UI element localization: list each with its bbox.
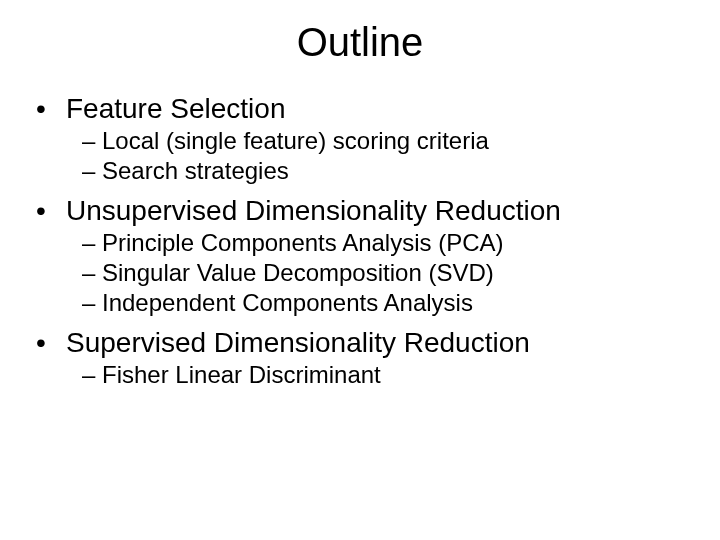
outline-item: • Feature Selection (30, 93, 720, 125)
slide-title: Outline (0, 20, 720, 65)
outline-subitem-label: Search strategies (102, 157, 289, 185)
slide-content: • Feature Selection – Local (single feat… (0, 93, 720, 389)
dash-icon: – (82, 259, 102, 287)
bullet-icon: • (30, 195, 66, 227)
outline-subitem: – Singular Value Decomposition (SVD) (30, 259, 720, 287)
bullet-icon: • (30, 327, 66, 359)
outline-subitem-label: Independent Components Analysis (102, 289, 473, 317)
outline-subitem-label: Fisher Linear Discriminant (102, 361, 381, 389)
outline-subitem-label: Principle Components Analysis (PCA) (102, 229, 504, 257)
outline-group: • Unsupervised Dimensionality Reduction … (30, 195, 720, 317)
outline-subitem: – Principle Components Analysis (PCA) (30, 229, 720, 257)
dash-icon: – (82, 361, 102, 389)
outline-item-label: Feature Selection (66, 93, 285, 125)
outline-subitem-label: Local (single feature) scoring criteria (102, 127, 489, 155)
dash-icon: – (82, 289, 102, 317)
outline-item-label: Unsupervised Dimensionality Reduction (66, 195, 561, 227)
outline-subitem: – Search strategies (30, 157, 720, 185)
outline-item: • Unsupervised Dimensionality Reduction (30, 195, 720, 227)
outline-group: • Feature Selection – Local (single feat… (30, 93, 720, 185)
outline-group: • Supervised Dimensionality Reduction – … (30, 327, 720, 389)
outline-subitem-label: Singular Value Decomposition (SVD) (102, 259, 494, 287)
outline-subitem: – Independent Components Analysis (30, 289, 720, 317)
dash-icon: – (82, 157, 102, 185)
outline-item-label: Supervised Dimensionality Reduction (66, 327, 530, 359)
outline-item: • Supervised Dimensionality Reduction (30, 327, 720, 359)
dash-icon: – (82, 229, 102, 257)
dash-icon: – (82, 127, 102, 155)
slide: Outline • Feature Selection – Local (sin… (0, 0, 720, 540)
outline-subitem: – Local (single feature) scoring criteri… (30, 127, 720, 155)
bullet-icon: • (30, 93, 66, 125)
outline-subitem: – Fisher Linear Discriminant (30, 361, 720, 389)
